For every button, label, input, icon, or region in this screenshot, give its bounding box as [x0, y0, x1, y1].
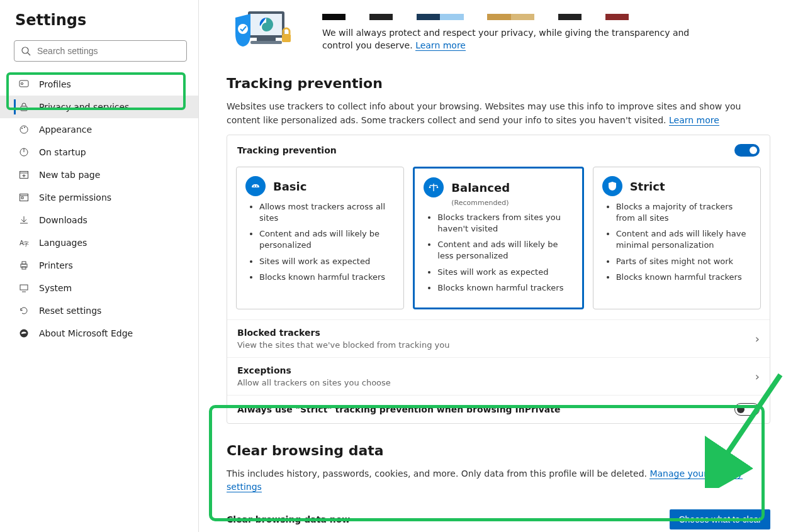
row-title: Blocked trackers [237, 328, 449, 338]
row-desc: View the sites that we've blocked from t… [237, 340, 449, 350]
always-strict-inprivate-row: Always use "Strict" tracking prevention … [227, 395, 770, 423]
clear-browsing-now-row: Clear browsing data now Choose what to c… [227, 502, 770, 532]
bullet: Allows most trackers across all sites [259, 201, 395, 223]
svg-rect-4 [21, 106, 27, 111]
settings-nav: Profiles Privacy and services Appearance… [0, 73, 198, 345]
nav-label: About Microsoft Edge [39, 328, 133, 338]
nav-privacy-and-services[interactable]: Privacy and services [0, 96, 198, 118]
svg-point-0 [22, 47, 28, 53]
svg-point-34 [256, 186, 257, 187]
row-title: Exceptions [237, 365, 391, 375]
nav-label: Printers [39, 260, 73, 270]
nav-label: Appearance [39, 125, 92, 135]
reset-icon [18, 304, 30, 317]
newtab-icon [18, 169, 30, 181]
appearance-icon [18, 123, 30, 136]
page-title: Settings [0, 11, 198, 40]
tracking-prevention-desc: Websites use trackers to collect info ab… [227, 100, 770, 127]
tracking-option-balanced[interactable]: Balanced (Recommended) Blocks trackers f… [413, 167, 583, 309]
clear-browsing-heading: Clear browsing data [227, 443, 770, 458]
settings-content: We will always protect and respect your … [199, 0, 798, 532]
svg-rect-29 [257, 38, 276, 41]
edge-icon [18, 327, 30, 340]
svg-point-3 [21, 82, 23, 84]
basic-icon [245, 176, 266, 196]
bullet: Sites will work as expected [259, 256, 395, 267]
tracking-prevention-card: Tracking prevention Basic Allows most tr… [227, 135, 770, 423]
hero-learn-more-link[interactable]: Learn more [415, 40, 466, 51]
nav-label: Profiles [39, 79, 71, 89]
nav-label: Site permissions [39, 192, 111, 202]
option-title: Strict [630, 180, 665, 193]
choose-what-to-clear-button[interactable]: Choose what to clear [670, 509, 770, 529]
blocked-trackers-row[interactable]: Blocked trackers View the sites that we'… [227, 319, 770, 357]
tracking-learn-more-link[interactable]: Learn more [669, 115, 719, 126]
nav-site-permissions[interactable]: Site permissions [0, 186, 198, 209]
nav-new-tab-page[interactable]: New tab page [0, 163, 198, 186]
always-strict-toggle[interactable] [734, 403, 760, 416]
svg-point-5 [21, 128, 23, 129]
svg-rect-15 [21, 197, 23, 199]
clear-browsing-data-section: Clear browsing data This includes histor… [227, 424, 770, 532]
row-desc: Allow all trackers on sites you choose [237, 378, 391, 387]
system-icon [18, 282, 30, 294]
nav-label: New tab page [39, 170, 100, 180]
tracking-prevention-toggle[interactable] [734, 144, 760, 157]
nav-label: Downloads [39, 215, 87, 225]
lock-icon [18, 101, 30, 113]
option-title: Basic [273, 180, 306, 193]
tracking-card-title: Tracking prevention [237, 145, 337, 155]
hero-text: We will always protect and respect your … [322, 26, 700, 52]
svg-line-1 [28, 53, 30, 55]
svg-point-31 [238, 24, 248, 34]
tracking-option-strict[interactable]: Strict Blocks a majority of trackers fro… [593, 167, 761, 309]
search-icon [21, 46, 31, 56]
bullet: Blocks a majority of trackers from all s… [616, 201, 751, 223]
clear-browsing-desc: This includes history, passwords, cookie… [227, 467, 770, 494]
nav-profiles[interactable]: Profiles [0, 73, 198, 96]
bullet: Blocks known harmful trackers [259, 272, 395, 283]
tracking-option-basic[interactable]: Basic Allows most trackers across all si… [236, 167, 404, 309]
row-title: Always use "Strict" tracking prevention … [237, 404, 560, 414]
nav-reset-settings[interactable]: Reset settings [0, 299, 198, 322]
svg-text:字: 字 [23, 241, 29, 247]
nav-label: Languages [39, 238, 87, 248]
bullet: Blocks trackers from sites you haven't v… [437, 212, 573, 234]
privacy-hero-illustration [227, 6, 297, 58]
nav-languages[interactable]: A字Languages [0, 231, 198, 254]
printer-icon [18, 259, 30, 272]
power-icon [18, 146, 30, 158]
nav-on-startup[interactable]: On startup [0, 141, 198, 163]
svg-point-6 [24, 127, 25, 128]
search-settings-input[interactable] [14, 40, 187, 62]
redacted-stripe [322, 14, 770, 20]
chevron-right-icon: › [755, 370, 760, 383]
bullet: Blocks known harmful trackers [437, 282, 573, 294]
tracking-prevention-heading: Tracking prevention [227, 75, 770, 91]
bullet: Content and ads will likely have minimal… [616, 228, 751, 250]
nav-system[interactable]: System [0, 277, 198, 299]
exceptions-row[interactable]: Exceptions Allow all trackers on sites y… [227, 357, 770, 395]
row-title: Clear browsing data now [227, 514, 350, 524]
svg-rect-13 [20, 194, 28, 201]
nav-about-edge[interactable]: About Microsoft Edge [0, 322, 198, 345]
balanced-icon [424, 177, 444, 197]
permissions-icon [18, 191, 30, 204]
strict-icon [602, 176, 622, 196]
nav-appearance[interactable]: Appearance [0, 118, 198, 141]
download-icon [18, 214, 30, 226]
chevron-right-icon: › [755, 332, 760, 345]
privacy-hero: We will always protect and respect your … [227, 0, 770, 58]
svg-rect-30 [250, 41, 282, 44]
nav-printers[interactable]: Printers [0, 254, 198, 277]
svg-rect-32 [282, 34, 291, 42]
svg-rect-21 [22, 262, 26, 264]
search-input-field[interactable] [37, 46, 180, 56]
svg-point-33 [254, 186, 255, 187]
nav-label: Reset settings [39, 306, 101, 316]
bullet: Content and ads will likely be less pers… [437, 239, 573, 261]
bullet: Blocks known harmful trackers [616, 272, 751, 283]
bullet: Content and ads will likely be personali… [259, 228, 395, 250]
nav-downloads[interactable]: Downloads [0, 209, 198, 231]
recommended-label: (Recommended) [451, 199, 573, 207]
